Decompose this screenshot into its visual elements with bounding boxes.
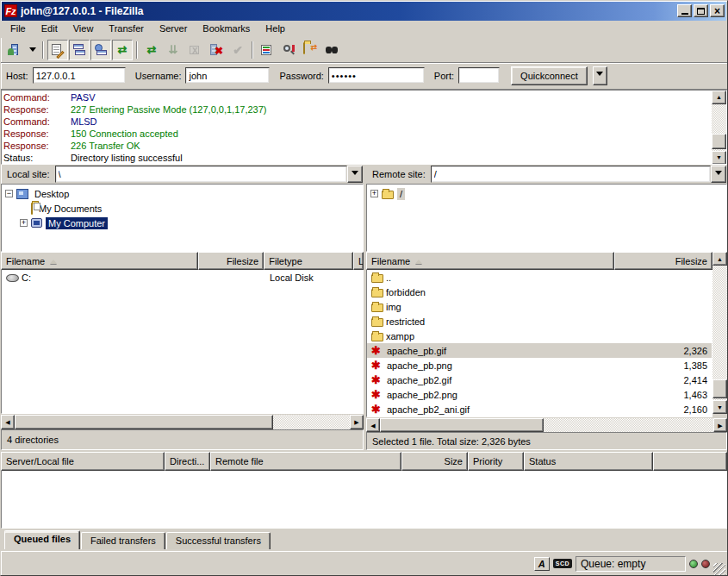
remote-directory-tree[interactable]: + / — [366, 184, 727, 252]
scrollbar-track[interactable] — [380, 418, 713, 431]
scroll-down-button[interactable]: ▼ — [712, 151, 726, 165]
menu-file[interactable]: File — [3, 22, 34, 36]
directory-comparison-button[interactable]: ⇄ — [300, 40, 320, 60]
remote-file-row[interactable]: ✱apache_pb.png 1,385 — [367, 358, 712, 373]
verify-button[interactable]: ✔ — [227, 40, 248, 60]
scrollbar-thumb[interactable] — [712, 379, 727, 398]
scroll-up-button[interactable]: ▲ — [712, 91, 726, 104]
synchronized-browsing-button[interactable] — [321, 40, 342, 60]
close-button[interactable]: × — [710, 4, 725, 17]
remote-site-input[interactable] — [431, 166, 711, 183]
disconnect-button[interactable]: ✖ — [206, 40, 227, 60]
local-directory-tree[interactable]: − Desktop My Documents + My Computer — [1, 184, 364, 252]
refresh-button[interactable]: ⇄ — [141, 40, 162, 60]
tree-item-my-computer[interactable]: + My Computer — [5, 216, 363, 230]
tab-failed-transfers[interactable]: Failed transfers — [81, 532, 165, 549]
menu-server[interactable]: Server — [152, 22, 195, 36]
scroll-right-button[interactable]: ▶ — [713, 418, 727, 431]
toggle-remote-treeview-button[interactable] — [90, 40, 111, 60]
process-queue-button[interactable]: ⇊ — [163, 40, 184, 60]
quickconnect-button[interactable]: Quickconnect — [511, 66, 588, 85]
tab-queued-files[interactable]: Queued files — [4, 530, 80, 549]
expand-icon[interactable]: + — [370, 190, 378, 197]
remote-file-row[interactable]: ✱apache_pb2_ani.gif 2,160 — [367, 402, 712, 416]
tree-item-my-documents[interactable]: My Documents — [5, 201, 363, 216]
remote-file-row-selected[interactable]: ✱apache_pb.gif 2,326 — [367, 343, 712, 358]
message-log[interactable]: Command:PASV Response:227 Entering Passi… — [1, 90, 727, 166]
toggle-transfer-queue-button[interactable]: ⇄ — [112, 40, 133, 60]
remote-file-row[interactable]: ✱apache_pb2.png 1,463 — [367, 387, 712, 402]
scroll-down-button[interactable]: ▼ — [712, 400, 727, 414]
remote-file-row[interactable]: img — [367, 299, 712, 314]
column-direction[interactable]: Directi... — [165, 452, 210, 471]
menu-transfer[interactable]: Transfer — [101, 22, 152, 36]
minimize-button[interactable] — [677, 4, 692, 17]
filter-button[interactable] — [257, 40, 277, 60]
host-input[interactable] — [33, 67, 126, 84]
column-status[interactable]: Status — [524, 452, 653, 471]
scroll-left-button[interactable]: ◀ — [1, 415, 15, 429]
column-filesize[interactable]: Filesize — [614, 252, 712, 270]
remote-site-combo[interactable] — [431, 166, 726, 183]
remote-file-list[interactable]: .. forbidden img restricted — [366, 270, 712, 417]
expand-icon[interactable]: + — [20, 219, 28, 227]
title-bar[interactable]: Fz john@127.0.0.1 - FileZilla × — [2, 2, 726, 21]
local-site-combo[interactable] — [55, 166, 363, 183]
tree-item-desktop[interactable]: − Desktop — [5, 186, 363, 201]
scroll-up-button[interactable]: ▲ — [712, 252, 727, 266]
local-file-list[interactable]: C: Local Disk — [1, 270, 364, 414]
scrollbar-track[interactable] — [712, 266, 727, 400]
scrollbar-track[interactable] — [15, 415, 350, 429]
column-priority[interactable]: Priority — [468, 452, 524, 471]
column-size[interactable]: Size — [401, 452, 468, 471]
column-filename[interactable]: Filename — [366, 252, 614, 270]
menu-edit[interactable]: Edit — [34, 22, 65, 36]
column-filesize[interactable]: Filesize — [198, 252, 264, 270]
scrollbar-thumb[interactable] — [712, 134, 726, 149]
menu-help[interactable]: Help — [258, 22, 293, 36]
column-server-local-file[interactable]: Server/Local file — [1, 452, 165, 471]
quickconnect-dropdown-button[interactable] — [593, 66, 607, 85]
local-site-input[interactable] — [55, 166, 347, 183]
collapse-icon[interactable]: − — [5, 190, 13, 197]
tree-item-root[interactable]: + / — [370, 186, 726, 201]
port-input[interactable] — [458, 67, 500, 84]
password-input[interactable] — [328, 67, 425, 84]
column-filename[interactable]: Filename — [1, 252, 198, 270]
menu-bookmarks[interactable]: Bookmarks — [195, 22, 258, 36]
datatype-indicator[interactable]: A — [534, 557, 550, 571]
log-vertical-scrollbar[interactable]: ▲ ▼ — [712, 91, 726, 165]
remote-horizontal-scrollbar[interactable]: ◀ ▶ — [366, 417, 727, 431]
column-last-modified[interactable]: L — [353, 252, 364, 270]
remote-file-row[interactable]: xampp — [367, 329, 712, 343]
cancel-operation-button[interactable]: x — [184, 40, 205, 60]
scrollbar-thumb[interactable] — [380, 418, 544, 431]
remote-file-row[interactable]: ✱apache_pb2.gif 2,414 — [367, 373, 712, 387]
column-remote-file[interactable]: Remote file — [210, 452, 401, 471]
maximize-button[interactable] — [694, 4, 708, 17]
local-site-dropdown-button[interactable] — [347, 166, 363, 183]
site-manager-dropdown-button[interactable] — [26, 40, 39, 60]
resize-grip[interactable] — [713, 563, 725, 575]
scroll-right-button[interactable]: ▶ — [350, 415, 364, 429]
username-input[interactable] — [185, 67, 270, 84]
remote-file-row[interactable]: forbidden — [367, 285, 712, 299]
menu-view[interactable]: View — [65, 22, 102, 36]
remote-vertical-scrollbar[interactable]: ▲ ▼ — [712, 252, 727, 414]
local-file-row[interactable]: C: Local Disk — [2, 270, 363, 285]
scrollbar-thumb[interactable] — [15, 415, 273, 429]
scroll-left-button[interactable]: ◀ — [366, 418, 380, 431]
find-files-button[interactable] — [278, 40, 299, 60]
remote-site-dropdown-button[interactable] — [711, 166, 726, 183]
scrollbar-track[interactable] — [712, 104, 726, 151]
toggle-message-log-button[interactable] — [47, 40, 68, 60]
toggle-local-treeview-button[interactable] — [69, 40, 90, 60]
speedlimit-indicator[interactable]: SCD — [553, 559, 572, 568]
local-horizontal-scrollbar[interactable]: ◀ ▶ — [1, 414, 364, 429]
remote-file-row[interactable]: .. — [367, 270, 712, 285]
column-filetype[interactable]: Filetype — [264, 252, 353, 270]
tab-successful-transfers[interactable]: Successful transfers — [166, 532, 271, 549]
remote-file-row[interactable]: restricted — [367, 314, 712, 329]
site-manager-button[interactable] — [4, 40, 25, 60]
queue-list[interactable] — [1, 471, 727, 529]
